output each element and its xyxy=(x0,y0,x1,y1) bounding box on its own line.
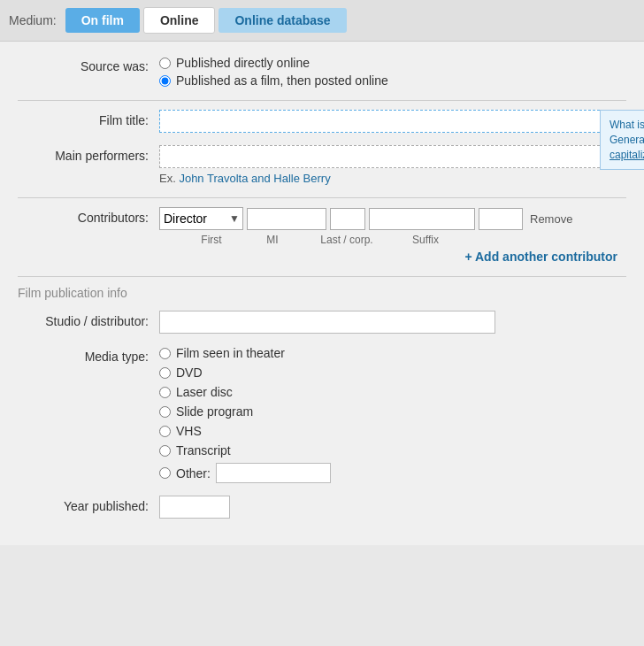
source-option-online[interactable]: Published directly online xyxy=(159,56,626,70)
mi-sublabel: MI xyxy=(255,234,290,246)
film-publication-heading: Film publication info xyxy=(18,286,626,300)
source-was-label: Source was: xyxy=(18,56,159,73)
source-was-row: Source was: Published directly online Pu… xyxy=(18,56,626,88)
media-type-row: Media type: Film seen in theater DVD Las… xyxy=(18,346,626,483)
source-radio-film[interactable] xyxy=(159,75,171,87)
medium-label: Medium: xyxy=(9,13,57,27)
source-option-film[interactable]: Published as a film, then posted online xyxy=(159,73,626,88)
year-published-field xyxy=(159,496,626,519)
main-content: Source was: Published directly online Pu… xyxy=(0,42,644,545)
media-option-dvd[interactable]: DVD xyxy=(159,365,626,380)
last-sublabel: Last / corp. xyxy=(294,234,400,246)
first-sublabel: First xyxy=(172,234,251,246)
studio-input[interactable] xyxy=(159,311,495,334)
year-published-input[interactable] xyxy=(159,496,230,519)
source-was-options: Published directly online Published as a… xyxy=(159,56,626,88)
media-radio-group: Film seen in theater DVD Laser disc Slid… xyxy=(159,346,626,483)
film-title-wrapper: What is the namGenerally capita capitali… xyxy=(159,110,626,133)
media-option-slide[interactable]: Slide program xyxy=(159,404,626,419)
main-performers-label: Main performers: xyxy=(18,145,159,163)
film-title-label: Film title: xyxy=(18,110,159,127)
film-title-row: Film title: What is the namGenerally cap… xyxy=(18,110,626,133)
year-published-label: Year published: xyxy=(18,496,159,513)
media-radio-other[interactable] xyxy=(159,467,171,479)
media-transcript-label: Transcript xyxy=(176,443,231,458)
media-radio-slide[interactable] xyxy=(159,406,171,418)
media-option-theater[interactable]: Film seen in theater xyxy=(159,346,626,360)
contributor-sublabels: First MI Last / corp. Suffix xyxy=(172,234,626,246)
performers-example-text: John Travolta and Halle Berry xyxy=(179,172,330,185)
contributors-fields: Director Author Editor Translator Compos… xyxy=(159,207,576,230)
year-published-row: Year published: xyxy=(18,496,626,519)
contributor-role-select[interactable]: Director Author Editor Translator Compos… xyxy=(159,207,243,230)
media-option-vhs[interactable]: VHS xyxy=(159,424,626,438)
media-type-options: Film seen in theater DVD Laser disc Slid… xyxy=(159,346,626,483)
main-performers-row: Main performers: Ex. John Travolta and H… xyxy=(18,145,626,185)
add-contributor-row: + Add another contributor xyxy=(18,250,626,264)
separator-3 xyxy=(18,276,626,277)
media-dvd-label: DVD xyxy=(176,365,203,380)
contributors-label: Contributors: xyxy=(18,207,159,225)
media-slide-label: Slide program xyxy=(176,404,253,419)
source-radio-group: Published directly online Published as a… xyxy=(159,56,626,88)
tooltip-text: What is the namGenerally capita xyxy=(610,119,644,146)
studio-label: Studio / distributor: xyxy=(18,311,159,328)
tab-on-film[interactable]: On film xyxy=(65,8,140,33)
film-title-input[interactable] xyxy=(159,110,626,133)
media-radio-dvd[interactable] xyxy=(159,367,171,379)
media-vhs-label: VHS xyxy=(176,424,202,438)
main-performers-input[interactable] xyxy=(159,145,626,168)
main-performers-field: Ex. John Travolta and Halle Berry xyxy=(159,145,626,185)
media-option-laser[interactable]: Laser disc xyxy=(159,385,626,399)
studio-field xyxy=(159,311,626,334)
media-type-label: Media type: xyxy=(18,346,159,364)
tab-online[interactable]: Online xyxy=(143,7,216,34)
media-radio-theater[interactable] xyxy=(159,348,171,359)
studio-row: Studio / distributor: xyxy=(18,311,626,334)
contributor-suffix-input[interactable] xyxy=(479,208,523,230)
media-laser-label: Laser disc xyxy=(176,385,233,399)
add-contributor-link[interactable]: + Add another contributor xyxy=(464,250,617,264)
tab-online-database[interactable]: Online database xyxy=(218,8,346,33)
media-radio-vhs[interactable] xyxy=(159,426,171,437)
media-theater-label: Film seen in theater xyxy=(176,346,285,360)
separator-2 xyxy=(18,197,626,198)
media-radio-laser[interactable] xyxy=(159,387,171,398)
tooltip-link[interactable]: capitalization ru xyxy=(610,149,644,161)
separator-1 xyxy=(18,100,626,101)
media-radio-transcript[interactable] xyxy=(159,445,171,457)
remove-contributor-button[interactable]: Remove xyxy=(526,211,576,227)
contributor-last-input[interactable] xyxy=(369,208,475,230)
contributor-role-wrapper: Director Author Editor Translator Compos… xyxy=(159,207,243,230)
media-other-input[interactable] xyxy=(216,463,331,483)
source-online-label: Published directly online xyxy=(176,56,310,70)
suffix-sublabel: Suffix xyxy=(403,234,448,246)
media-option-transcript[interactable]: Transcript xyxy=(159,443,626,458)
media-other-label: Other: xyxy=(176,466,211,481)
media-option-other[interactable]: Other: xyxy=(159,463,626,483)
performers-example: Ex. John Travolta and Halle Berry xyxy=(159,172,626,185)
contributors-row: Contributors: Director Author Editor Tra… xyxy=(18,207,626,230)
tabs-bar: Medium: On film Online Online database xyxy=(0,0,644,42)
film-title-tooltip: What is the namGenerally capita capitali… xyxy=(600,110,644,170)
contributor-first-input[interactable] xyxy=(247,208,326,230)
contributor-mi-input[interactable] xyxy=(330,208,365,230)
source-film-label: Published as a film, then posted online xyxy=(176,73,388,88)
source-radio-online[interactable] xyxy=(159,58,171,69)
